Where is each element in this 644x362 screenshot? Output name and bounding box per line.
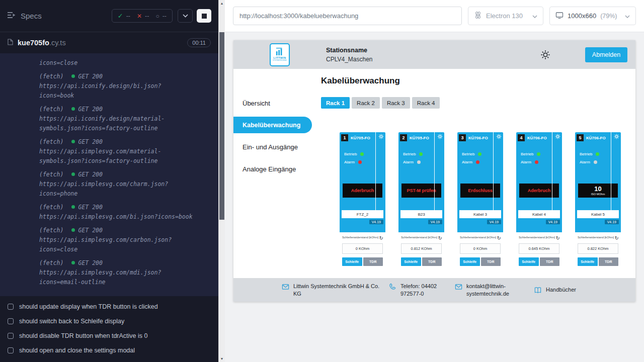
status-dot-icon: [71, 140, 75, 143]
test-item[interactable]: should disable TDR button when tdrActive…: [8, 332, 211, 339]
app-window: LITTWIN SYSTEMTECHNIK Stationsname CPLV4…: [233, 40, 635, 302]
refresh-icon[interactable]: ↻: [556, 236, 560, 241]
log-entry[interactable]: (fetch)GET 200 https://api.simplesvg.com…: [39, 137, 210, 166]
betrieb-led: Betrieb: [462, 152, 503, 156]
log-entry[interactable]: (fetch)GET 200 https://api.simplesvg.com…: [39, 170, 210, 199]
resistance-value: 0.812 KOhm: [401, 243, 442, 254]
schleife-button[interactable]: Schleife: [519, 257, 539, 266]
log-status: GET 200: [78, 204, 102, 211]
spec-file-name: kue705fo: [18, 39, 49, 47]
log-entry[interactable]: (fetch)GET 200 https://api.iconify.desig…: [39, 72, 210, 101]
screen: Specs ✓ -- ✕ -- ○ --: [0, 0, 644, 362]
schleife-button[interactable]: Schleife: [460, 257, 480, 266]
email-address: kontakt@littwin-systemtechnik.de: [466, 283, 517, 298]
reporter-scrollbar[interactable]: ▲ ▼: [218, 0, 225, 362]
log-entry[interactable]: (fetch)GET 200 https://api.simplesvg.com…: [39, 203, 210, 222]
schleife-button[interactable]: Schleife: [342, 257, 362, 266]
scroll-down-arrow-icon[interactable]: ▼: [219, 357, 225, 360]
card-settings-gear-icon[interactable]: [378, 134, 384, 139]
stop-run-button[interactable]: [197, 9, 211, 23]
log-url: https://api.iconify.design/material-symb…: [39, 114, 195, 133]
manuals-link[interactable]: Handbücher: [546, 286, 576, 294]
iso-value: 10: [594, 186, 601, 193]
log-prefix: (fetch): [39, 106, 63, 113]
viewport-selector[interactable]: 1000x660 (79%): [549, 7, 636, 25]
sidebar-item-kabelueberwachung[interactable]: Kabelüberwachung: [233, 117, 312, 133]
tab-rack-2[interactable]: Rack 2: [352, 97, 380, 109]
sidebar-item-uebersicht[interactable]: Übersicht: [233, 92, 312, 114]
status-leds: Betrieb Alarm: [516, 152, 562, 164]
mail-icon: [455, 283, 462, 291]
refresh-icon[interactable]: ↻: [438, 236, 442, 241]
status-leds: Betrieb Alarm: [340, 152, 385, 164]
cable-name-field: Kabel 4: [518, 210, 560, 218]
settings-gear-icon[interactable]: [540, 49, 551, 60]
refresh-icon[interactable]: ↻: [615, 236, 619, 241]
schleife-button[interactable]: Schleife: [578, 257, 598, 266]
alarm-led: Alarm: [462, 160, 503, 164]
log-entry[interactable]: (fetch)GET 200 https://api.simplesvg.com…: [39, 226, 210, 254]
tab-rack-4[interactable]: Rack 4: [412, 97, 440, 109]
tdr-button[interactable]: TDR: [481, 257, 501, 266]
divider: [434, 132, 435, 214]
test-state-icon: [8, 347, 14, 353]
schleife-button[interactable]: Schleife: [401, 257, 421, 266]
log-url: https://api.simplesvg.com/mdi.json?icons…: [39, 268, 195, 287]
card-settings-gear-icon[interactable]: [555, 134, 560, 139]
refresh-icon[interactable]: ↻: [379, 236, 383, 241]
log-status: GET 200: [78, 106, 102, 113]
card-measurement-panel: Schleifenwiderstand [kOhm] ↻ 0 KOhm Schl…: [340, 232, 385, 283]
slot-number-badge: 1: [341, 134, 348, 141]
tab-rack-3[interactable]: Rack 3: [382, 97, 410, 109]
log-url: https://api.iconify.design/bi.json?icons…: [39, 81, 195, 101]
specs-label[interactable]: Specs: [21, 12, 42, 20]
scrollbar-thumb[interactable]: [219, 32, 224, 220]
alarm-label: Alarm: [462, 160, 472, 164]
card-settings-gear-icon[interactable]: [437, 134, 443, 139]
tdr-button[interactable]: TDR: [540, 257, 560, 266]
app-header: LITTWIN SYSTEMTECHNIK Stationsname CPLV4…: [233, 40, 635, 69]
card-settings-gear-icon[interactable]: [614, 134, 619, 139]
status-message: PST-M prüfen: [407, 188, 436, 193]
betrieb-label: Betrieb: [403, 152, 416, 156]
log-entry[interactable]: (fetch)GET 200 https://api.iconify.desig…: [39, 105, 210, 133]
alarm-label: Alarm: [344, 160, 355, 164]
sidebar-item-analoge-eingaenge[interactable]: Analoge Eingänge: [233, 158, 312, 180]
measurement-label: Schleifenwiderstand [kOhm]: [519, 236, 555, 239]
slot-number-badge: 3: [459, 134, 466, 141]
test-item[interactable]: should open and close the settings modal: [8, 347, 211, 354]
log-status: GET 200: [78, 227, 102, 234]
tab-rack-1[interactable]: Rack 1: [321, 97, 350, 109]
spec-file-row[interactable]: kue705fo .cy.ts 00:11: [0, 32, 218, 53]
browser-selector[interactable]: Electron 130: [468, 7, 543, 25]
tdr-button[interactable]: TDR: [422, 257, 442, 266]
logout-button[interactable]: Abmelden: [585, 47, 627, 62]
green-led-icon: [537, 152, 540, 156]
tdr-button[interactable]: TDR: [363, 257, 383, 266]
viewport-zoom: (79%): [600, 13, 617, 20]
collapse-button[interactable]: [178, 9, 193, 23]
green-led-icon: [596, 152, 599, 156]
log-status: GET 200: [78, 259, 102, 266]
test-item[interactable]: should switch back to Schleife display: [8, 318, 211, 325]
log-entry[interactable]: icons=close: [39, 58, 210, 68]
specs-menu-icon[interactable]: [7, 12, 16, 21]
device-cards: 1 KÜ705-FO Betrieb Alarm: [340, 132, 635, 283]
scroll-up-arrow-icon[interactable]: ▲: [219, 2, 225, 5]
card-settings-gear-icon[interactable]: [496, 134, 502, 139]
measurement-label: Schleifenwiderstand [kOhm]: [460, 236, 496, 239]
tdr-button[interactable]: TDR: [599, 257, 619, 266]
cypress-reporter-panel: Specs ✓ -- ✕ -- ○ --: [0, 0, 218, 362]
divider: [552, 132, 552, 214]
off-led-icon: [594, 160, 597, 164]
address-bar[interactable]: [233, 7, 462, 25]
electron-icon: [474, 11, 482, 21]
log-entry[interactable]: (fetch)GET 200 https://api.simplesvg.com…: [39, 258, 210, 287]
test-item[interactable]: should update display when TDR button is…: [8, 303, 211, 310]
passed-check-icon: ✓: [118, 12, 123, 20]
chevron-down-icon: [532, 12, 537, 20]
sidebar-item-ein-und-ausgaenge[interactable]: Ein- und Ausgänge: [233, 136, 312, 158]
cable-name-field: Kabel 5: [577, 210, 619, 218]
refresh-icon[interactable]: ↻: [497, 236, 501, 241]
divider: [375, 132, 376, 214]
